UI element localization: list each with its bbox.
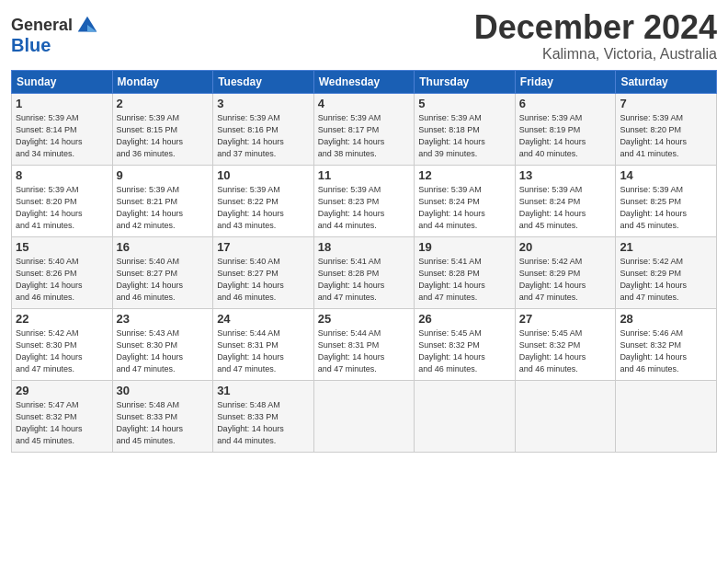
location-subtitle: Kalimna, Victoria, Australia (474, 46, 717, 63)
calendar-day-cell: 1Sunrise: 5:39 AM Sunset: 8:14 PM Daylig… (12, 93, 113, 165)
calendar-day-cell (415, 380, 516, 452)
day-info-text: Sunrise: 5:40 AM Sunset: 8:27 PM Dayligh… (117, 256, 210, 304)
day-info-text: Sunrise: 5:39 AM Sunset: 8:24 PM Dayligh… (418, 184, 511, 232)
day-info-text: Sunrise: 5:39 AM Sunset: 8:23 PM Dayligh… (318, 184, 411, 232)
logo-text: General (11, 17, 73, 35)
day-number: 24 (217, 312, 310, 326)
calendar-day-cell: 27Sunrise: 5:45 AM Sunset: 8:32 PM Dayli… (515, 308, 616, 380)
calendar-day-cell: 6Sunrise: 5:39 AM Sunset: 8:19 PM Daylig… (515, 93, 616, 165)
day-info-text: Sunrise: 5:47 AM Sunset: 8:32 PM Dayligh… (16, 399, 108, 447)
day-number: 19 (418, 240, 511, 254)
month-title: December 2024 (474, 9, 717, 46)
calendar-week-row: 15Sunrise: 5:40 AM Sunset: 8:26 PM Dayli… (12, 236, 717, 308)
day-info-text: Sunrise: 5:39 AM Sunset: 8:25 PM Dayligh… (620, 184, 712, 232)
header: General Blue December 2024 Kalimna, Vict… (11, 9, 717, 63)
calendar-day-cell: 22Sunrise: 5:42 AM Sunset: 8:30 PM Dayli… (12, 308, 113, 380)
day-number: 6 (519, 97, 612, 110)
calendar-day-cell: 24Sunrise: 5:44 AM Sunset: 8:31 PM Dayli… (213, 308, 314, 380)
day-info-text: Sunrise: 5:42 AM Sunset: 8:29 PM Dayligh… (519, 256, 612, 304)
day-of-week-header: Thursday (415, 70, 516, 93)
calendar-day-cell: 3Sunrise: 5:39 AM Sunset: 8:16 PM Daylig… (213, 93, 314, 165)
day-number: 10 (217, 168, 310, 182)
calendar-day-cell: 17Sunrise: 5:40 AM Sunset: 8:27 PM Dayli… (213, 236, 314, 308)
day-info-text: Sunrise: 5:39 AM Sunset: 8:15 PM Dayligh… (117, 112, 210, 160)
day-number: 4 (318, 97, 411, 110)
calendar-day-cell: 4Sunrise: 5:39 AM Sunset: 8:17 PM Daylig… (313, 93, 415, 165)
day-info-text: Sunrise: 5:39 AM Sunset: 8:20 PM Dayligh… (620, 112, 712, 160)
calendar-day-cell: 14Sunrise: 5:39 AM Sunset: 8:25 PM Dayli… (616, 165, 717, 236)
day-number: 31 (217, 384, 310, 397)
day-number: 5 (418, 97, 511, 110)
day-of-week-header: Friday (515, 70, 616, 93)
calendar-day-cell: 10Sunrise: 5:39 AM Sunset: 8:22 PM Dayli… (213, 165, 314, 236)
day-number: 29 (16, 384, 108, 397)
calendar-day-cell: 19Sunrise: 5:41 AM Sunset: 8:28 PM Dayli… (415, 236, 516, 308)
day-number: 22 (16, 312, 108, 326)
day-info-text: Sunrise: 5:39 AM Sunset: 8:19 PM Dayligh… (519, 112, 612, 160)
day-number: 11 (318, 168, 411, 182)
calendar-day-cell: 15Sunrise: 5:40 AM Sunset: 8:26 PM Dayli… (12, 236, 113, 308)
page-container: General Blue December 2024 Kalimna, Vict… (0, 0, 728, 563)
day-of-week-header: Monday (112, 70, 213, 93)
day-of-week-header: Sunday (12, 70, 113, 93)
day-number: 18 (318, 240, 411, 254)
day-number: 28 (620, 312, 712, 326)
calendar-week-row: 1Sunrise: 5:39 AM Sunset: 8:14 PM Daylig… (12, 93, 717, 165)
calendar-day-cell: 2Sunrise: 5:39 AM Sunset: 8:15 PM Daylig… (112, 93, 213, 165)
logo-icon (74, 13, 100, 39)
day-info-text: Sunrise: 5:41 AM Sunset: 8:28 PM Dayligh… (418, 256, 511, 304)
day-number: 12 (418, 168, 511, 182)
calendar-header-row: SundayMondayTuesdayWednesdayThursdayFrid… (12, 70, 717, 93)
day-info-text: Sunrise: 5:43 AM Sunset: 8:30 PM Dayligh… (117, 327, 210, 375)
day-number: 2 (117, 97, 210, 110)
day-info-text: Sunrise: 5:39 AM Sunset: 8:20 PM Dayligh… (16, 184, 108, 232)
day-info-text: Sunrise: 5:44 AM Sunset: 8:31 PM Dayligh… (318, 327, 411, 375)
calendar-day-cell (313, 380, 415, 452)
calendar-day-cell: 20Sunrise: 5:42 AM Sunset: 8:29 PM Dayli… (515, 236, 616, 308)
day-number: 16 (117, 240, 210, 254)
day-number: 20 (519, 240, 612, 254)
day-number: 14 (620, 168, 712, 182)
calendar-day-cell: 26Sunrise: 5:45 AM Sunset: 8:32 PM Dayli… (415, 308, 516, 380)
calendar-week-row: 22Sunrise: 5:42 AM Sunset: 8:30 PM Dayli… (12, 308, 717, 380)
day-info-text: Sunrise: 5:40 AM Sunset: 8:27 PM Dayligh… (217, 256, 310, 304)
calendar-day-cell: 12Sunrise: 5:39 AM Sunset: 8:24 PM Dayli… (415, 165, 516, 236)
title-block: December 2024 Kalimna, Victoria, Austral… (474, 9, 717, 63)
day-info-text: Sunrise: 5:48 AM Sunset: 8:33 PM Dayligh… (117, 399, 210, 447)
day-number: 23 (117, 312, 210, 326)
day-info-text: Sunrise: 5:48 AM Sunset: 8:33 PM Dayligh… (217, 399, 310, 447)
day-info-text: Sunrise: 5:39 AM Sunset: 8:16 PM Dayligh… (217, 112, 310, 160)
day-info-text: Sunrise: 5:41 AM Sunset: 8:28 PM Dayligh… (318, 256, 411, 304)
day-number: 9 (117, 168, 210, 182)
calendar-week-row: 29Sunrise: 5:47 AM Sunset: 8:32 PM Dayli… (12, 380, 717, 452)
day-info-text: Sunrise: 5:39 AM Sunset: 8:17 PM Dayligh… (318, 112, 411, 160)
day-info-text: Sunrise: 5:44 AM Sunset: 8:31 PM Dayligh… (217, 327, 310, 375)
day-number: 15 (16, 240, 108, 254)
day-info-text: Sunrise: 5:39 AM Sunset: 8:22 PM Dayligh… (217, 184, 310, 232)
calendar-day-cell: 13Sunrise: 5:39 AM Sunset: 8:24 PM Dayli… (515, 165, 616, 236)
day-info-text: Sunrise: 5:39 AM Sunset: 8:24 PM Dayligh… (519, 184, 612, 232)
calendar-day-cell: 16Sunrise: 5:40 AM Sunset: 8:27 PM Dayli… (112, 236, 213, 308)
day-info-text: Sunrise: 5:46 AM Sunset: 8:32 PM Dayligh… (620, 327, 712, 375)
day-of-week-header: Wednesday (313, 70, 415, 93)
day-info-text: Sunrise: 5:45 AM Sunset: 8:32 PM Dayligh… (519, 327, 612, 375)
day-info-text: Sunrise: 5:40 AM Sunset: 8:26 PM Dayligh… (16, 256, 108, 304)
day-info-text: Sunrise: 5:45 AM Sunset: 8:32 PM Dayligh… (418, 327, 511, 375)
calendar-day-cell: 23Sunrise: 5:43 AM Sunset: 8:30 PM Dayli… (112, 308, 213, 380)
day-of-week-header: Tuesday (213, 70, 314, 93)
calendar-day-cell: 25Sunrise: 5:44 AM Sunset: 8:31 PM Dayli… (313, 308, 415, 380)
calendar-day-cell: 7Sunrise: 5:39 AM Sunset: 8:20 PM Daylig… (616, 93, 717, 165)
day-number: 21 (620, 240, 712, 254)
calendar-day-cell: 11Sunrise: 5:39 AM Sunset: 8:23 PM Dayli… (313, 165, 415, 236)
day-number: 3 (217, 97, 310, 110)
calendar-day-cell: 18Sunrise: 5:41 AM Sunset: 8:28 PM Dayli… (313, 236, 415, 308)
calendar-day-cell: 8Sunrise: 5:39 AM Sunset: 8:20 PM Daylig… (12, 165, 113, 236)
calendar-table: SundayMondayTuesdayWednesdayThursdayFrid… (11, 70, 717, 453)
calendar-day-cell: 9Sunrise: 5:39 AM Sunset: 8:21 PM Daylig… (112, 165, 213, 236)
day-number: 26 (418, 312, 511, 326)
calendar-day-cell: 30Sunrise: 5:48 AM Sunset: 8:33 PM Dayli… (112, 380, 213, 452)
day-number: 1 (16, 97, 108, 110)
day-number: 25 (318, 312, 411, 326)
day-number: 17 (217, 240, 310, 254)
calendar-day-cell (616, 380, 717, 452)
